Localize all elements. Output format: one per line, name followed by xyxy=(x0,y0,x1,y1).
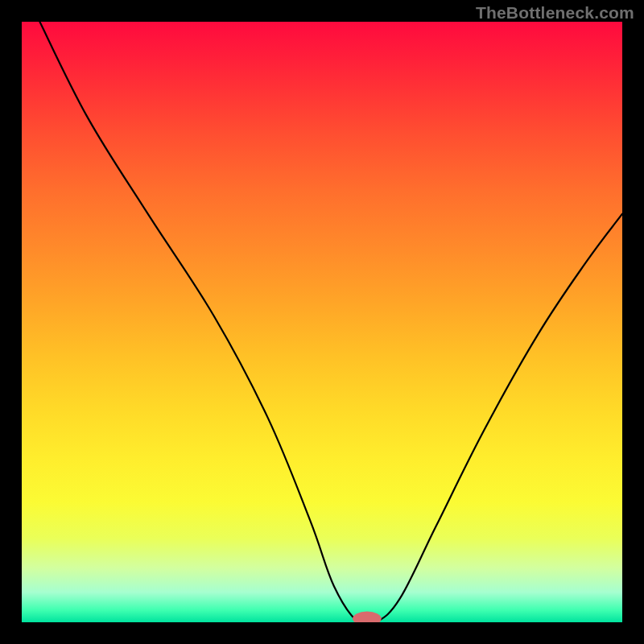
bottleneck-curve-path xyxy=(39,22,622,622)
curve-layer xyxy=(22,22,622,622)
chart-frame: TheBottleneck.com xyxy=(0,0,644,644)
minimum-marker xyxy=(353,612,382,623)
watermark-text: TheBottleneck.com xyxy=(476,3,634,23)
plot-area xyxy=(22,22,622,622)
